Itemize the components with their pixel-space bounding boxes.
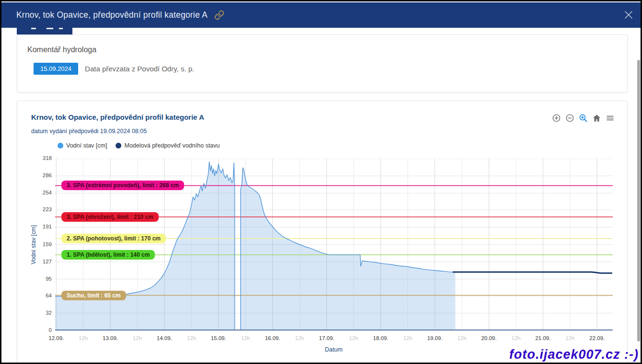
legend-label: Vodní stav [cm] xyxy=(66,142,107,149)
legend-item[interactable]: Vodní stav [cm] xyxy=(58,142,107,149)
tab-glyph xyxy=(31,28,36,29)
y-tick-label: 286 xyxy=(29,172,52,178)
chart-toolbar xyxy=(552,114,615,123)
comment-text: Data převzata z Povodí Odry, s. p. xyxy=(85,65,194,73)
y-tick-label: 254 xyxy=(29,190,52,195)
x-axis-ticks: 12.09.12h13.09.12h14.09.12h15.09.12h16.0… xyxy=(55,335,613,342)
app-window: Krnov, tok Opavice, předpovědní profil k… xyxy=(0,0,642,364)
watermark: foto.ijacek007.cz :-) xyxy=(509,347,639,362)
modal-title: Krnov, tok Opavice, předpovědní profil k… xyxy=(16,10,208,20)
y-tick-label: 127 xyxy=(29,259,52,264)
legend-label: Modelová předpověď vodního stavu xyxy=(124,142,220,149)
observed-area-fill xyxy=(241,168,455,330)
active-tab-remnant[interactable] xyxy=(17,28,72,34)
threshold-badge: 1. SPA (bdělost), limit : 140 cm xyxy=(61,250,155,260)
chart-subtitle: datum vydání předpovědi 19.09.2024 08:05 xyxy=(31,128,147,135)
threshold-badge: Sucho, limit : 65 cm xyxy=(61,291,126,300)
comment-row: 15.09.2024 Data převzata z Povodí Odry, … xyxy=(34,63,194,75)
legend-dot-icon xyxy=(58,143,63,148)
threshold-badge: 3. SPA (ohrožení), limit : 210 cm xyxy=(61,212,159,222)
close-icon[interactable] xyxy=(623,9,634,21)
chart-card: Krnov, tok Opavice, předpovědní profil k… xyxy=(17,101,628,364)
vertical-scrollbar-thumb[interactable] xyxy=(637,60,640,341)
zoom-in-icon[interactable] xyxy=(552,114,561,123)
modal-header: Krnov, tok Opavice, předpovědní profil k… xyxy=(1,2,641,28)
threshold-badge: 2. SPA (pohotovost), limit : 170 cm xyxy=(61,234,166,243)
y-tick-label: 95 xyxy=(29,276,52,282)
y-tick-label: 0 xyxy=(29,327,52,333)
comment-card: Komentář hydrologa 15.09.2024 Data převz… xyxy=(17,34,628,92)
chart-title: Krnov, tok Opavice, předpovědní profil k… xyxy=(31,113,204,121)
y-tick-label: 64 xyxy=(29,293,52,298)
legend-item[interactable]: Modelová předpověď vodního stavu xyxy=(116,142,220,149)
x-tick-label: 22.09. xyxy=(580,335,614,341)
y-tick-label: 191 xyxy=(29,224,52,229)
menu-icon[interactable] xyxy=(606,114,615,123)
tab-glyph xyxy=(47,28,53,29)
selection-zoom-icon[interactable] xyxy=(579,114,588,123)
tab-glyph xyxy=(59,28,63,29)
tab-strip xyxy=(1,28,641,34)
comment-date-badge: 15.09.2024 xyxy=(34,63,78,75)
forecast-line xyxy=(453,272,612,273)
link-icon[interactable] xyxy=(214,10,224,20)
x-axis-title: Datum xyxy=(315,346,353,353)
zoom-out-icon[interactable] xyxy=(565,114,574,123)
y-tick-label: 223 xyxy=(29,206,52,212)
y-tick-label: 32 xyxy=(29,310,52,316)
comment-heading: Komentář hydrologa xyxy=(27,46,96,54)
legend-dot-icon xyxy=(116,143,121,148)
threshold-badge: 3. SPA (extrémní povodeň), limit : 268 c… xyxy=(61,181,184,190)
y-axis-ticks: 0326495127159191223254286318 xyxy=(29,159,52,330)
y-tick-label: 159 xyxy=(29,241,52,247)
y-tick-label: 318 xyxy=(29,155,52,161)
home-icon[interactable] xyxy=(592,114,601,123)
chart-legend: Vodní stav [cm]Modelová předpověď vodníh… xyxy=(58,142,220,149)
